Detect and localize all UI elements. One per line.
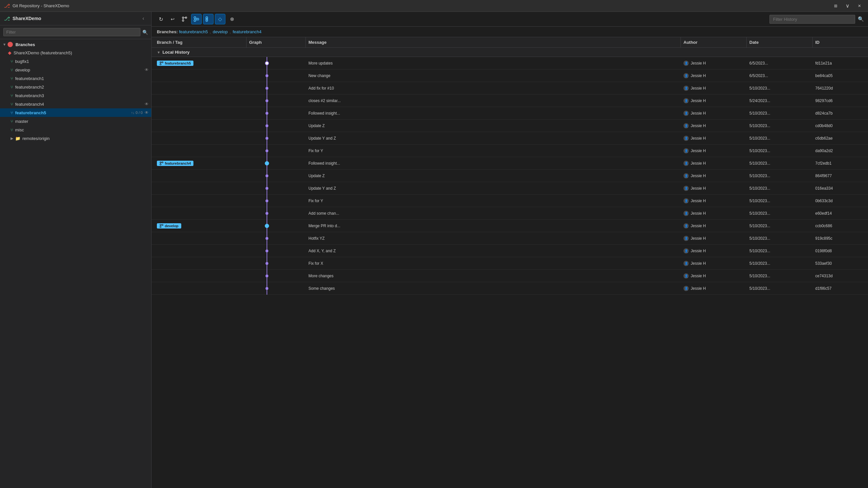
sidebar-collapse-button[interactable]: ‹ — [140, 14, 147, 22]
commit-id-17: ce74313d — [813, 270, 865, 282]
refresh-button[interactable]: ↻ — [156, 14, 166, 24]
commit-date-3: 5/24/2023... — [747, 95, 813, 107]
branch-name-fb1: featurebranch1 — [15, 76, 149, 81]
commit-row[interactable]: Add fix for #10 👤Jessie H 5/10/2023... 7… — [152, 82, 868, 95]
commit-row[interactable]: develop Merge PR into d... 👤Jessie H 5/1… — [152, 220, 868, 232]
commit-message-0: More updates — [306, 57, 681, 69]
commit-row[interactable]: closes #2 similar... 👤Jessie H 5/24/2023… — [152, 95, 868, 107]
tag-button[interactable]: ◇ — [215, 14, 225, 24]
commit-row[interactable]: More changes 👤Jessie H 5/10/2023... ce74… — [152, 270, 868, 282]
graph-view-button[interactable] — [191, 14, 202, 24]
eye-icon-fb5[interactable]: 👁 — [145, 110, 149, 115]
sidebar-item-bugfix1[interactable]: ⑂ bugfix1 — [0, 57, 151, 66]
branch-name-misc: misc — [15, 127, 149, 132]
commit-row[interactable]: featurebranch5 More updates 👤 Jessie H 6… — [152, 57, 868, 69]
local-history-header[interactable]: ▼ Local History — [152, 48, 868, 57]
branch-action-button[interactable] — [179, 14, 190, 24]
filter-history-search-icon[interactable]: 🔍 — [858, 16, 864, 22]
commit-date-7: 5/10/2023... — [747, 144, 813, 157]
sidebar-item-featurebranch5[interactable]: ⑂ featurebranch5 ↑↓ 0 / 0 👁 — [0, 108, 151, 117]
sidebar-item-master[interactable]: ⑂ master — [0, 117, 151, 126]
list-view-button[interactable] — [203, 14, 214, 24]
commit-branch-tag-3 — [154, 95, 247, 107]
branches-section-header[interactable]: ▼ Branches — [0, 40, 151, 48]
filter-search-icon[interactable]: 🔍 — [142, 30, 148, 35]
avatar-18: 👤 — [683, 286, 689, 291]
commit-date-5: 5/10/2023... — [747, 120, 813, 132]
branch-link-fb5[interactable]: featurebranch5 — [179, 29, 208, 34]
avatar-14: 👤 — [683, 236, 689, 241]
commit-row[interactable]: Update Z 👤Jessie H 5/10/2023... 864f9677 — [152, 170, 868, 182]
commit-row[interactable]: Fix for Y 👤Jessie H 5/10/2023... 0b633c3… — [152, 195, 868, 207]
branch-icon-fb5: ⑂ — [10, 110, 13, 115]
branch-link-fb4[interactable]: featurebranch4 — [232, 29, 261, 34]
graph-cell-10 — [247, 182, 306, 194]
branch-tag-develop[interactable]: develop — [157, 223, 181, 229]
branch-icon-fb4: ⑂ — [10, 102, 13, 107]
remotes-chevron-icon: ▶ — [10, 136, 13, 140]
eye-icon-fb4[interactable]: 👁 — [145, 102, 149, 106]
commit-row[interactable]: featurebranch4 Followed insight... 👤Jess… — [152, 157, 868, 170]
header-author: Author — [681, 37, 747, 47]
graph-cell-18 — [247, 282, 306, 294]
graph-cell-17 — [247, 270, 306, 282]
sidebar-item-featurebranch3[interactable]: ⑂ featurebranch3 — [0, 91, 151, 100]
commit-branch-tag-17 — [154, 270, 247, 282]
git-icon: ⎇ — [4, 3, 10, 9]
branch-name-fb4: featurebranch4 — [15, 102, 143, 107]
commit-row[interactable]: Followed insight... 👤Jessie H 5/10/2023.… — [152, 107, 868, 120]
commit-row[interactable]: Some changes 👤Jessie H 5/10/2023... d1f8… — [152, 282, 868, 295]
commit-id-8: 7cf2edb1 — [813, 157, 865, 169]
commit-message-1: New change — [306, 69, 681, 82]
filter-history-input[interactable] — [770, 15, 855, 24]
sidebar-item-develop[interactable]: ⑂ develop 👁 — [0, 66, 151, 74]
filter-input[interactable] — [3, 28, 141, 36]
commit-row[interactable]: Hotfix YZ 👤Jessie H 5/10/2023... 919c895… — [152, 232, 868, 245]
commit-row[interactable]: Add some chan... 👤Jessie H 5/10/2023... … — [152, 207, 868, 220]
branch-icon-fb2: ⑂ — [10, 85, 13, 90]
avatar-3: 👤 — [683, 98, 689, 103]
commit-row[interactable]: Update Y and Z 👤Jessie H 5/10/2023... c6… — [152, 132, 868, 144]
sidebar-item-featurebranch1[interactable]: ⑂ featurebranch1 — [0, 74, 151, 83]
branch-badge-fb5: ↑↓ 0 / 0 — [131, 111, 143, 115]
table-header: Branch / Tag Graph Message Author Date I… — [152, 37, 868, 48]
sidebar-item-featurebranch2[interactable]: ⑂ featurebranch2 — [0, 83, 151, 91]
repo-item-label: ShareXDemo (featurebranch5) — [13, 51, 149, 55]
more-button[interactable]: ∨ — [843, 1, 852, 10]
commit-row[interactable]: Update Z 👤Jessie H 5/10/2023... cd0b48d0 — [152, 120, 868, 132]
eye-icon-develop[interactable]: 👁 — [145, 67, 149, 72]
sidebar-item-remotes[interactable]: ▶ 📁 remotes/origin — [0, 134, 151, 142]
history-table: Branch / Tag Graph Message Author Date I… — [152, 37, 868, 488]
commit-message-7: Fix for Y — [306, 144, 681, 157]
commit-author-15: 👤Jessie H — [681, 245, 747, 257]
branch-link-develop[interactable]: develop — [213, 29, 228, 34]
branch-tag-fb5[interactable]: featurebranch5 — [157, 61, 193, 66]
graph-cell-13 — [247, 220, 306, 232]
branches-section-label: Branches — [16, 42, 35, 47]
commit-message-12: Add some chan... — [306, 207, 681, 219]
commit-id-3: 98297cd6 — [813, 95, 865, 107]
branches-row: Branches: featurebranch5 , develop , fea… — [152, 27, 868, 37]
repo-row[interactable]: ◆ ShareXDemo (featurebranch5) — [0, 48, 151, 57]
branches-section-icon — [7, 42, 13, 47]
sidebar-item-featurebranch4[interactable]: ⑂ featurebranch4 👁 — [0, 100, 151, 108]
commit-row[interactable]: New change 👤Jessie H 6/5/2023... be84ca0… — [152, 69, 868, 82]
commit-author-7: 👤Jessie H — [681, 144, 747, 157]
commit-id-0: fd11e21a — [813, 57, 865, 69]
avatar-17: 👤 — [683, 273, 689, 279]
commit-row[interactable]: Fix for X 👤Jessie H 5/10/2023... 533aef3… — [152, 257, 868, 270]
filter-button[interactable]: ⊗ — [227, 14, 237, 24]
commit-row[interactable]: Fix for Y 👤Jessie H 5/10/2023... da90a2d… — [152, 144, 868, 157]
close-button[interactable]: ✕ — [855, 1, 864, 10]
commit-branch-tag-18 — [154, 282, 247, 294]
commit-row[interactable]: Update Y and Z 👤Jessie H 5/10/2023... 01… — [152, 182, 868, 195]
branch-tag-fb4[interactable]: featurebranch4 — [157, 161, 193, 166]
commit-row[interactable]: Add X, Y, and Z 👤Jessie H 5/10/2023... 0… — [152, 245, 868, 257]
commit-id-14: 919c895c — [813, 232, 865, 244]
sidebar-item-misc[interactable]: ⑂ misc — [0, 126, 151, 134]
commit-branch-tag-4 — [154, 107, 247, 119]
pin-button[interactable]: ⊞ — [831, 1, 840, 10]
undo-button[interactable]: ↩ — [167, 14, 178, 24]
table-body: ▼ Local History — [152, 48, 868, 488]
commit-date-1: 6/5/2023... — [747, 69, 813, 82]
